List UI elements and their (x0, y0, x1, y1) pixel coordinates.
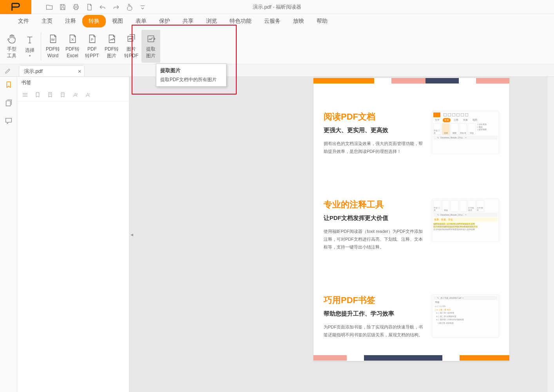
section-annotation: 专业的注释工具 让PDF文档发挥更大价值 使用福昕PDF阅读器（foxit re… (324, 199, 499, 251)
redo-icon[interactable] (110, 1, 122, 13)
ribbon-label: 提取 图片 (146, 46, 156, 58)
tab-share[interactable]: 共享 (176, 15, 200, 27)
ribbon-label: PDF转 图片 (105, 46, 119, 58)
title-bar: 演示.pdf - 福昕阅读器 (0, 0, 554, 14)
tooltip: 提取图片 提取PDF文档中的所有图片 (156, 64, 226, 87)
page-decoration-top (313, 78, 509, 83)
bookmarks-panel: 书签 (17, 77, 129, 392)
section-subtitle: 更强大、更实用、更高效 (324, 127, 425, 134)
save-icon[interactable] (56, 1, 69, 13)
hand-tool-button[interactable]: 手型 工具 (3, 30, 20, 63)
pages-icon[interactable] (3, 97, 14, 108)
page-decoration-bottom (313, 355, 509, 360)
touch-icon[interactable] (123, 1, 136, 13)
bookmark-remove-icon[interactable] (58, 90, 67, 100)
pdf-to-word-button[interactable]: W PDF转 Word (43, 30, 62, 63)
tab-browse[interactable]: 浏览 (200, 15, 223, 27)
comments-icon[interactable] (3, 115, 14, 126)
ribbon-label: 手型 工具 (7, 46, 16, 58)
section-screenshot: 文件 主页 注释 转换 视图 手型 工具 选择 截图 剪贴 板 缩放 (432, 111, 499, 154)
word-doc-icon: W (47, 33, 58, 44)
hand-icon (6, 33, 17, 44)
section-body: 使用福昕PDF阅读器（foxit reader）为PDF文件添加注释，可对PDF… (324, 227, 425, 251)
new-icon[interactable] (83, 1, 96, 13)
ribbon-label: PDF转 Excel (65, 46, 80, 58)
document-tabs: 演示.pdf × (0, 64, 554, 77)
select-tool-button[interactable]: 选择 ▾ (21, 30, 38, 63)
tooltip-desc: 提取PDF文档中的所有图片 (160, 76, 222, 83)
tab-label: 演示.pdf (24, 68, 43, 75)
section-screenshot: ✎ 员工手册_20120917.pdf × 书签 ▭ ▯ ▯ ▯ A A ▯ ⊕… (432, 294, 499, 338)
bookmark-new-icon[interactable] (45, 90, 55, 100)
section-title: 巧用PDF书签 (324, 294, 425, 306)
bookmark-add-icon[interactable] (33, 90, 42, 100)
left-icon-bar (0, 77, 17, 392)
ribbon-label: PDF转 Word (46, 46, 60, 58)
section-title: 阅读PDF文档 (324, 111, 425, 123)
section-body: 为PDF页面添加书签，除了实现内容的快速导航，书签还能指明不同书签的层级关系，展… (324, 323, 425, 339)
print-icon[interactable] (70, 1, 82, 13)
section-subtitle: 帮助您提升工作、学习效率 (324, 310, 425, 318)
collapse-handle-icon[interactable]: ◂ (129, 225, 134, 244)
qat-dropdown-icon[interactable] (136, 1, 149, 13)
ribbon-label: 图片 转PDF (124, 46, 138, 58)
image-stack-icon (126, 33, 137, 44)
panel-toolbar (17, 89, 129, 102)
tab-view[interactable]: 视图 (106, 15, 129, 27)
main-area: 书签 ◂ 阅读PDF文档 更强大、更实用、更高效 拥有出色的文档渲 (0, 77, 554, 392)
pdf-page: 阅读PDF文档 更强大、更实用、更高效 拥有出色的文档渲染效果，强大的页面管理功… (313, 78, 509, 361)
page-content: 阅读PDF文档 更强大、更实用、更高效 拥有出色的文档渲染效果，强大的页面管理功… (313, 83, 509, 339)
section-screenshot: 手型 工具 缩放 打字机 高亮 文件 附件 ✎ Datasheet_Reader… (432, 199, 499, 242)
section-body: 拥有出色的文档渲染效果，强大的页面管理功能，帮助提升效率，是您阅读PDF的理想选… (324, 140, 425, 156)
tab-form[interactable]: 表单 (129, 15, 153, 27)
svg-text:P: P (91, 38, 94, 42)
svg-text:X: X (71, 38, 74, 42)
ribbon-label: 选择 (25, 47, 34, 53)
panel-title: 书签 (17, 77, 129, 89)
tab-convert[interactable]: 转换 (82, 15, 106, 27)
open-icon[interactable] (43, 1, 56, 13)
section-read-pdf: 阅读PDF文档 更强大、更实用、更高效 拥有出色的文档渲染效果，强大的页面管理功… (324, 111, 499, 156)
pen-icon[interactable] (0, 65, 16, 76)
tab-protect[interactable]: 保护 (153, 15, 176, 27)
text-larger-icon[interactable] (71, 90, 80, 100)
tab-file[interactable]: 文件 (12, 15, 35, 27)
extract-image-icon (145, 33, 156, 44)
extract-images-button[interactable]: 提取 图片 (141, 30, 160, 63)
separator (41, 32, 41, 60)
close-tab-icon[interactable]: × (78, 68, 81, 74)
section-title: 专业的注释工具 (324, 199, 425, 211)
pdf-to-image-button[interactable]: PDF转 图片 (102, 30, 121, 63)
vertical-scrollbar[interactable] (548, 77, 554, 392)
expand-icon[interactable] (20, 90, 30, 100)
section-bookmarks: 巧用PDF书签 帮助您提升工作、学习效率 为PDF页面添加书签，除了实现内容的快… (324, 294, 499, 339)
tab-cloud[interactable]: 云服务 (258, 15, 287, 27)
svg-text:W: W (51, 38, 55, 42)
tooltip-title: 提取图片 (160, 67, 222, 74)
tab-features[interactable]: 特色功能 (223, 15, 258, 27)
ppt-doc-icon: P (87, 33, 98, 44)
cursor-icon (24, 34, 35, 45)
undo-icon[interactable] (96, 1, 109, 13)
image-doc-icon (106, 33, 117, 44)
pdf-to-ppt-button[interactable]: P PDF 转PPT (83, 30, 101, 63)
window-title: 演示.pdf - 福昕阅读器 (253, 4, 301, 11)
ribbon-toolbar: 手型 工具 选择 ▾ W PDF转 Word X PDF转 Excel P PD… (0, 28, 554, 64)
tab-home[interactable]: 主页 (35, 15, 59, 27)
tab-help[interactable]: 帮助 (310, 15, 334, 27)
pdf-to-excel-button[interactable]: X PDF转 Excel (63, 30, 82, 63)
image-to-pdf-button[interactable]: 图片 转PDF (122, 30, 141, 63)
section-subtitle: 让PDF文档发挥更大价值 (324, 214, 425, 222)
tab-present[interactable]: 放映 (287, 15, 310, 27)
document-tab[interactable]: 演示.pdf × (19, 65, 85, 76)
menu-tabs: 文件 主页 注释 转换 视图 表单 保护 共享 浏览 特色功能 云服务 放映 帮… (0, 14, 554, 28)
ribbon-label: PDF 转PPT (85, 46, 99, 58)
document-viewport[interactable]: ◂ 阅读PDF文档 更强大、更实用、更高效 拥有出色的文档渲染效果，强大的页面管… (129, 77, 554, 392)
bookmarks-icon[interactable] (3, 79, 14, 90)
quick-access-toolbar (43, 1, 149, 13)
text-smaller-icon[interactable] (83, 90, 92, 100)
app-logo (0, 0, 31, 14)
excel-doc-icon: X (67, 33, 78, 44)
tab-annotate[interactable]: 注释 (59, 15, 82, 27)
